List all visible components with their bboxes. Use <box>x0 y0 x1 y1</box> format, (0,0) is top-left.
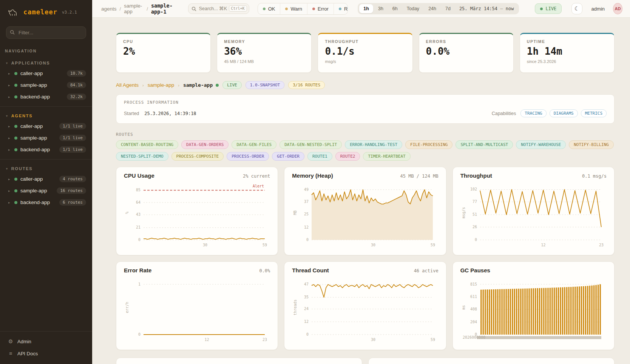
sidebar-item-backend-app[interactable]: ▸backend-app32.2k <box>0 91 92 103</box>
route-tag-content-based-routing[interactable]: CONTENT-BASED-ROUTING <box>116 140 178 149</box>
footer-item-admin[interactable]: ⚙Admin <box>0 335 92 347</box>
search-icon <box>10 29 15 36</box>
chart-info: 0.1 msg/s <box>582 174 607 179</box>
live-toggle-button[interactable]: LIVE <box>535 3 562 14</box>
svg-text:Alert: Alert <box>253 184 264 188</box>
stat-card-errors: ERRORS0.0% <box>419 33 514 73</box>
status-filter-warn[interactable]: Warn <box>280 3 307 14</box>
sidebar-item-sample-app[interactable]: ▸sample-app1/1 live <box>0 132 92 144</box>
footer-item-api-docs[interactable]: ≡API Docs <box>0 347 92 359</box>
sidebar-section-header-applications[interactable]: ▾APPLICATIONS <box>0 58 92 68</box>
svg-text:59: 59 <box>262 243 267 247</box>
route-tag-data-gen-files[interactable]: DATA-GEN-FILES <box>232 140 276 149</box>
chevron-down-icon: ▾ <box>6 167 8 170</box>
svg-text:77: 77 <box>472 200 477 204</box>
status-filter-ok[interactable]: OK <box>258 3 281 14</box>
stat-value: 2% <box>123 46 204 57</box>
chart-header: CPU Usage2% current <box>124 172 270 179</box>
route-tag-data-gen-nested-split[interactable]: DATA-GEN-NESTED-SPLIT <box>279 140 342 149</box>
svg-text:408: 408 <box>470 307 477 311</box>
svg-text:30: 30 <box>371 243 375 247</box>
route-tag-file-processing[interactable]: FILE-PROCESSING <box>405 140 452 149</box>
all-agents-link[interactable]: All Agents <box>116 82 139 88</box>
sidebar-item-backend-app[interactable]: ▸backend-app1/1 live <box>0 144 92 155</box>
route-tag-data-gen-orders[interactable]: DATA-GEN-ORDERS <box>181 140 229 149</box>
sidebar-section-header-agents[interactable]: ▾AGENTS <box>0 111 92 120</box>
chevron-right-icon: ▸ <box>8 201 11 204</box>
sidebar-nav: ▾APPLICATIONS▸caller-app10.7k▸sample-app… <box>0 55 92 331</box>
chart-svg: 01err/h1223 <box>124 275 270 342</box>
dark-mode-button[interactable]: ☾ <box>571 3 582 14</box>
status-filter-error[interactable]: Error <box>307 3 334 14</box>
route-tag-notify-billing[interactable]: NOTIFY-BILLING <box>569 140 614 149</box>
route-tag-error-handling-test[interactable]: ERROR-HANDLING-TEST <box>345 140 402 149</box>
avatar[interactable]: AD <box>613 3 622 14</box>
route-tag-route2[interactable]: ROUTE2 <box>335 152 360 161</box>
time-range-6h[interactable]: 6h <box>388 4 402 13</box>
chart-svg: 012253749MB3059 <box>292 180 438 247</box>
chevron-right-icon: ▸ <box>8 72 11 75</box>
agent-group-link[interactable]: sample-app <box>148 82 174 88</box>
capability-pill-tracing: TRACING <box>520 109 546 117</box>
time-range-3h[interactable]: 3h <box>374 4 388 13</box>
filter-input[interactable] <box>6 26 86 39</box>
route-tag-nested-split-demo[interactable]: NESTED-SPLIT-DEMO <box>116 152 168 161</box>
status-filter-label: OK <box>268 6 275 12</box>
time-range-label[interactable]: 25. März 14:54 – now <box>456 6 518 11</box>
route-tag-process-order[interactable]: PROCESS-ORDER <box>227 152 269 161</box>
chart-card-memory-heap-: Memory (Heap)45 MB / 124 MB012253749MB30… <box>284 167 446 255</box>
svg-text:0: 0 <box>138 238 141 242</box>
logo[interactable]: cameleer v3.2.1 <box>0 0 92 23</box>
sidebar-item-caller-app[interactable]: ▸caller-app4 routes <box>0 173 92 185</box>
sidebar-item-caller-app[interactable]: ▸caller-app1/1 live <box>0 120 92 132</box>
chart-card-cpu-usage: CPU Usage2% current021436485%Alert3059 <box>116 167 278 255</box>
stat-card-row: CPU2%MEMORY36%45 MB / 124 MBTHROUGHPUT0.… <box>116 33 615 73</box>
svg-text:12: 12 <box>541 243 545 247</box>
status-dot-icon <box>285 8 288 10</box>
chevron-right-icon: ▸ <box>8 177 11 181</box>
status-dot-icon <box>14 137 17 140</box>
sidebar-item-label: backend-app <box>20 147 56 152</box>
status-dot-icon <box>339 8 341 10</box>
status-filter-running[interactable]: Running <box>334 3 348 14</box>
route-tag-split-and-multicast[interactable]: SPLIT-AND-MULTICAST <box>456 140 513 149</box>
sidebar-section-header-routes[interactable]: ▾ROUTES <box>0 163 92 173</box>
stat-card-uptime: UPTIME1h 14msince 25.3.2026 <box>520 33 615 73</box>
live-dot-icon <box>540 8 543 10</box>
breadcrumb: agents / sample-app / sample-app-1 <box>101 3 178 15</box>
route-tag-process-composite[interactable]: PROCESS-COMPOSITE <box>171 152 224 161</box>
sidebar-item-sample-app[interactable]: ▸sample-app16 routes <box>0 185 92 197</box>
time-range-24h[interactable]: 24h <box>424 4 440 13</box>
breadcrumb-sample-app[interactable]: sample-app <box>124 3 144 14</box>
svg-text:23: 23 <box>599 243 604 247</box>
time-range-1h[interactable]: 1h <box>359 4 373 13</box>
svg-text:1: 1 <box>138 282 141 286</box>
route-tag-notify-warehouse[interactable]: NOTIFY-WAREHOUSE <box>516 140 566 149</box>
sidebar-item-sample-app[interactable]: ▸sample-app84.1k <box>0 79 92 91</box>
sidebar-item-backend-app[interactable]: ▸backend-app6 routes <box>0 197 92 208</box>
current-agent: sample-app <box>183 82 213 88</box>
svg-text:26: 26 <box>472 225 477 229</box>
svg-text:2026000000: 2026000000 <box>463 335 485 339</box>
svg-text:30: 30 <box>203 243 207 247</box>
stat-subtext: since 25.3.2026 <box>527 59 607 64</box>
breadcrumb-agents[interactable]: agents <box>101 6 117 12</box>
route-tag-timer-heartbeat[interactable]: TIMER-HEARTBEAT <box>363 152 410 161</box>
chart-plot-area: 0265177102msg/s1223 <box>460 180 607 247</box>
sidebar-item-label: caller-app <box>20 176 56 182</box>
main-area: agents / sample-app / sample-app-1 Ctrl+… <box>92 0 630 364</box>
time-range-today[interactable]: Today <box>403 4 423 13</box>
stat-value: 0.0% <box>426 46 506 57</box>
route-tag-route1[interactable]: ROUTE1 <box>307 152 332 161</box>
sidebar-item-caller-app[interactable]: ▸caller-app10.7k <box>0 68 92 79</box>
svg-text:37: 37 <box>304 200 309 204</box>
chart-plot-area: 021436485%Alert3059 <box>124 180 270 247</box>
route-tag-list: CONTENT-BASED-ROUTINGDATA-GEN-ORDERSDATA… <box>116 140 615 161</box>
time-range-7d[interactable]: 7d <box>441 4 455 13</box>
chart-plot-area: 0204408611815ms2026000000 <box>460 275 607 342</box>
chevron-right-icon: ▸ <box>8 136 11 140</box>
sidebar-section: ▾APPLICATIONS▸caller-app10.7k▸sample-app… <box>0 55 92 103</box>
sidebar-item-badge: 84.1k <box>67 82 86 88</box>
route-tag-get-order[interactable]: GET-ORDER <box>272 152 304 161</box>
svg-text:49: 49 <box>304 187 309 192</box>
